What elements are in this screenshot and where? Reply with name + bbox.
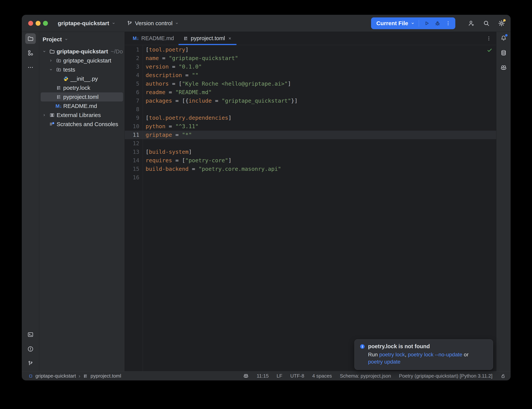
- code-token: "griptape_quickstart": [222, 98, 291, 104]
- code-line-14[interactable]: 14requires = ["poetry-core"]: [125, 156, 496, 165]
- database-tool-button[interactable]: [500, 50, 507, 56]
- code-line-11[interactable]: 11griptape = "*": [125, 131, 496, 139]
- code-token: build-system: [149, 149, 189, 155]
- code-text: python = "^3.11": [143, 122, 198, 131]
- statusbar-item[interactable]: LF: [277, 373, 282, 379]
- tree-item-path: ~/Docume: [111, 48, 123, 55]
- code-line-9[interactable]: 9[tool.poetry.dependencies]: [125, 114, 496, 122]
- close-window-button[interactable]: [28, 21, 33, 26]
- code-line-2[interactable]: 2name = "griptape-quickstart": [125, 54, 496, 63]
- code-text: [build-system]: [143, 148, 192, 156]
- tab-pyproject-toml[interactable]: pyproject.toml: [179, 32, 237, 45]
- toml-file-icon: [83, 374, 88, 379]
- line-number: 14: [125, 156, 143, 165]
- chevron-down-icon: [64, 37, 68, 41]
- readonly-toggle-button[interactable]: [500, 373, 506, 379]
- breadcrumb-file[interactable]: pyproject.toml: [91, 373, 121, 379]
- line-number: 16: [125, 173, 143, 182]
- code-line-12[interactable]: 12: [125, 139, 496, 148]
- zoom-window-button[interactable]: [43, 21, 48, 26]
- ai-assistant-tool-button[interactable]: [500, 64, 507, 71]
- bug-icon: [434, 20, 441, 27]
- run-button[interactable]: [422, 18, 432, 28]
- notification-link[interactable]: poetry update: [368, 359, 400, 365]
- code-token: requires: [146, 157, 172, 164]
- tree-item--init-py[interactable]: __init__.py: [41, 74, 123, 83]
- code-line-1[interactable]: 1[tool.poetry]: [125, 46, 496, 54]
- terminal-tool-button[interactable]: [25, 329, 36, 340]
- code-text: readme = "README.md": [143, 88, 212, 97]
- code-text: requires = ["poetry-core"]: [143, 156, 231, 165]
- tree-item-tests[interactable]: tests: [41, 65, 123, 74]
- chevron-right-icon[interactable]: [41, 113, 48, 117]
- close-tab-icon[interactable]: [228, 36, 232, 40]
- code-line-6[interactable]: 6readme = "README.md": [125, 88, 496, 97]
- package-folder-icon: [55, 67, 63, 73]
- tree-item-external-libraries[interactable]: External Libraries: [41, 111, 123, 120]
- code-line-15[interactable]: 15build-backend = "poetry.core.masonry.a…: [125, 165, 496, 173]
- run-more-button[interactable]: [443, 18, 453, 28]
- tree-item-poetry-lock[interactable]: poetry.lock: [41, 83, 123, 93]
- notifications-button[interactable]: [500, 35, 507, 41]
- chevron-down-icon[interactable]: [47, 68, 55, 72]
- more-tools-button[interactable]: [25, 62, 36, 73]
- project-tool-button[interactable]: [25, 33, 36, 44]
- code-text: description = "": [143, 71, 198, 80]
- tree-item-griptape-quickstart[interactable]: griptape_quickstart: [41, 56, 123, 65]
- code-line-16[interactable]: 16: [125, 173, 496, 182]
- notification-body: Run poetry lock, poetry lock --no-update…: [368, 351, 488, 365]
- inspections-ok-icon[interactable]: [487, 47, 492, 53]
- notification-link[interactable]: poetry lock: [379, 352, 405, 357]
- code-token: "poetry-core": [185, 157, 228, 164]
- code-line-5[interactable]: 5authors = ["Kyle Roche <hello@griptape.…: [125, 80, 496, 88]
- project-panel-header[interactable]: Project: [39, 32, 125, 47]
- chevron-down-icon[interactable]: [41, 49, 48, 54]
- code-line-4[interactable]: 4description = "": [125, 71, 496, 80]
- tree-item-scratches-and-consoles[interactable]: Scratches and Consoles: [41, 120, 123, 129]
- problems-tool-button[interactable]: [25, 344, 36, 354]
- tree-item-griptape-quickstart[interactable]: griptape-quickstart~/Docume: [41, 47, 123, 56]
- project-selector[interactable]: griptape-quickstart: [58, 20, 116, 27]
- code-line-7[interactable]: 7packages = [{include = "griptape_quicks…: [125, 97, 496, 105]
- notification-balloon[interactable]: poetry.lock is not found Run poetry lock…: [354, 339, 493, 370]
- statusbar-item[interactable]: Poetry (griptape-quickstart) [Python 3.1…: [399, 373, 492, 379]
- statusbar-item[interactable]: UTF-8: [290, 373, 304, 379]
- version-control-tool-button[interactable]: [25, 358, 36, 369]
- statusbar-item[interactable]: 4 spaces: [312, 373, 332, 379]
- run-config-selector[interactable]: Current File: [376, 20, 408, 27]
- code-lines: 1[tool.poetry]2name = "griptape-quicksta…: [125, 46, 496, 182]
- statusbar-item[interactable]: 11:15: [257, 373, 269, 379]
- settings-button[interactable]: [498, 20, 505, 27]
- search-icon: [483, 20, 490, 27]
- code-editor[interactable]: 1[tool.poetry]2name = "griptape-quicksta…: [125, 45, 496, 371]
- code-line-8[interactable]: 8: [125, 105, 496, 114]
- code-token: python: [146, 123, 165, 130]
- notification-link[interactable]: poetry lock --no-update: [408, 352, 462, 357]
- code-text: version = "0.1.0": [143, 63, 202, 71]
- traffic-lights: [28, 21, 48, 26]
- minimize-window-button[interactable]: [36, 21, 40, 26]
- line-number: 12: [125, 139, 143, 148]
- structure-tool-button[interactable]: [25, 48, 36, 58]
- tree-item-pyproject-toml[interactable]: pyproject.toml: [41, 93, 123, 102]
- line-number: 6: [125, 88, 143, 97]
- code-text: name = "griptape-quickstart": [143, 54, 238, 63]
- chevron-right-icon[interactable]: [47, 58, 55, 63]
- code-line-13[interactable]: 13[build-system]: [125, 148, 496, 156]
- ai-assistant-status-button[interactable]: [243, 373, 249, 379]
- tab-options-button[interactable]: [486, 36, 492, 41]
- search-everywhere-button[interactable]: [483, 20, 490, 27]
- tab-readme-md[interactable]: M↓README.md: [128, 32, 179, 45]
- code-line-10[interactable]: 10python = "^3.11": [125, 122, 496, 131]
- code-line-3[interactable]: 3version = "0.1.0": [125, 63, 496, 71]
- debug-button[interactable]: [432, 18, 443, 28]
- statusbar-item[interactable]: Schema: pyproject.json: [340, 373, 391, 379]
- code-token: ]: [228, 157, 231, 164]
- add-user-button[interactable]: [468, 20, 475, 27]
- tree-item-readme-md[interactable]: M↓README.md: [41, 102, 123, 111]
- vcs-selector[interactable]: Version control: [127, 20, 179, 27]
- code-token: = [{: [172, 98, 189, 104]
- ai-assistant-icon: [243, 373, 249, 379]
- chevron-down-icon[interactable]: [411, 21, 415, 26]
- breadcrumb-project[interactable]: griptape-quickstart: [35, 373, 76, 379]
